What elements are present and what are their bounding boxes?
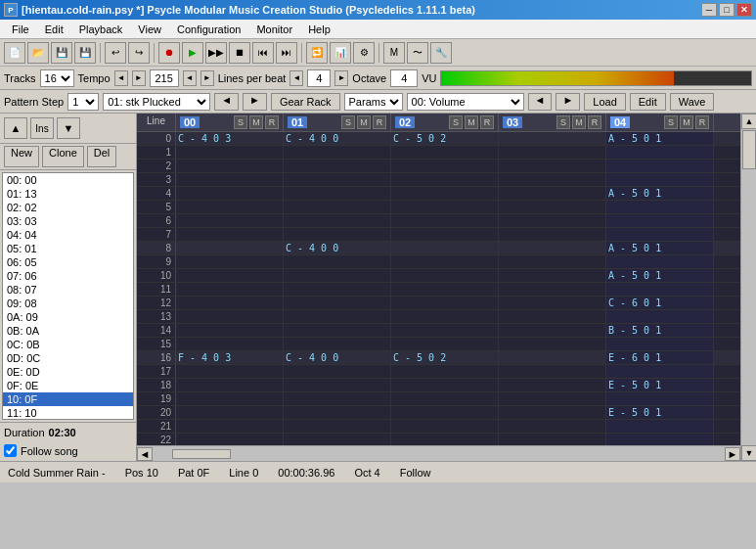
scroll-thumb[interactable] [742,130,756,169]
play-song-button[interactable]: ▶▶ [205,42,227,64]
minimize-button[interactable]: ─ [701,3,717,17]
pattern-list-item[interactable]: 09: 08 [3,297,133,310]
grid-cell[interactable] [499,173,606,186]
menu-item-view[interactable]: View [130,22,169,37]
grid-cell[interactable]: A - 5 0 1 [606,269,714,282]
grid-cell[interactable] [499,269,606,282]
grid-cell[interactable] [499,338,606,350]
pattern-list-item[interactable]: 0F: 0E [3,379,133,392]
grid-cell[interactable] [606,146,714,159]
grid-cell[interactable] [391,173,499,186]
grid-cell[interactable] [606,434,714,445]
grid-cell[interactable] [176,146,284,159]
grid-cell[interactable] [176,255,284,268]
grid-row[interactable]: 2 [137,160,740,173]
tempo-down-button[interactable]: ◄ [114,70,128,86]
grid-cell[interactable] [606,392,714,405]
ch-m-button-01[interactable]: M [357,115,371,129]
grid-cell[interactable] [606,160,714,172]
grid-row[interactable]: 9 [137,255,740,269]
next-button[interactable]: ⏭ [276,42,297,64]
config-button[interactable]: 🔧 [430,42,452,64]
grid-cell[interactable] [499,434,606,445]
grid-cell[interactable] [176,283,284,296]
grid-cell[interactable] [391,214,499,227]
menu-item-playback[interactable]: Playback [71,22,131,37]
grid-cell[interactable] [499,255,606,268]
grid-cell[interactable] [284,297,391,309]
maximize-button[interactable]: □ [719,3,734,17]
menu-item-file[interactable]: File [4,22,37,37]
grid-cell[interactable] [284,365,391,378]
grid-cell[interactable] [499,324,606,337]
grid-cell[interactable] [391,160,499,172]
grid-cell[interactable] [176,420,284,433]
channel-number-02[interactable]: 02 [395,116,415,128]
pattern-button[interactable]: 📊 [330,42,351,64]
grid-cell[interactable] [606,255,714,268]
grid-cell[interactable] [284,228,391,241]
grid-cell[interactable] [499,214,606,227]
grid-cell[interactable] [499,379,606,391]
grid-cell[interactable] [606,420,714,433]
tracks-select[interactable]: 16 [40,69,74,87]
ch-s-button-04[interactable]: S [664,115,678,129]
grid-cell[interactable]: B - 5 0 1 [606,324,714,337]
grid-cell[interactable]: C - 6 0 1 [606,297,714,309]
load-button[interactable]: Load [584,93,625,111]
grid-cell[interactable] [176,310,284,323]
grid-row[interactable]: 6 [137,214,740,228]
grid-cell[interactable] [606,228,714,241]
ch-s-button-03[interactable]: S [556,115,570,129]
grid-cell[interactable]: E - 5 0 1 [606,379,714,391]
channel-number-04[interactable]: 04 [610,116,630,128]
pattern-list-item[interactable]: 0D: 0C [3,351,133,365]
clone-pattern-button[interactable]: Clone [42,146,84,167]
grid-cell[interactable] [176,242,284,254]
pattern-list-item[interactable]: 0C: 0B [3,338,133,351]
grid-row[interactable]: 4A - 5 0 1 [137,187,740,201]
pattern-list-item[interactable]: 0B: 0A [3,324,133,338]
pattern-next-button[interactable]: ► [243,93,267,111]
pattern-name-select[interactable]: 01: stk Plucked [103,93,210,111]
grid-cell[interactable] [606,365,714,378]
pattern-grid[interactable]: 0C - 4 0 3C - 4 0 0C - 5 0 2A - 5 0 1123… [137,132,740,445]
menu-item-edit[interactable]: Edit [37,22,71,37]
grid-cell[interactable] [499,392,606,405]
grid-cell[interactable] [499,132,606,145]
pattern-down-button[interactable]: ▼ [57,117,80,139]
scroll-track[interactable] [741,129,756,445]
ch-s-button-00[interactable]: S [234,115,247,129]
pattern-list-item[interactable]: 04: 04 [3,228,133,242]
follow-song-checkbox[interactable] [4,444,17,457]
grid-cell[interactable] [499,228,606,241]
right-scrollbar[interactable]: ▲ ▼ [740,114,756,461]
tempo-up-button[interactable]: ► [132,70,146,86]
stop-button[interactable]: ⏹ [229,42,250,64]
channel-number-03[interactable]: 03 [503,116,522,128]
pattern-step-select[interactable]: 1 [67,93,99,111]
grid-row[interactable]: 1 [137,146,740,160]
grid-row[interactable]: 13 [137,310,740,324]
grid-cell[interactable] [391,242,499,254]
grid-cell[interactable] [499,201,606,213]
pattern-list-item[interactable]: 08: 07 [3,283,133,297]
grid-cell[interactable] [176,338,284,350]
grid-cell[interactable] [499,283,606,296]
grid-row[interactable]: 18E - 5 0 1 [137,379,740,392]
grid-row[interactable]: 5 [137,201,740,214]
pattern-up-button[interactable]: ▲ [4,117,27,139]
grid-cell[interactable]: C - 4 0 3 [176,132,284,145]
grid-cell[interactable] [284,160,391,172]
grid-cell[interactable] [499,297,606,309]
grid-cell[interactable] [284,420,391,433]
ch-m-button-00[interactable]: M [249,115,263,129]
grid-cell[interactable] [284,214,391,227]
h-scroll-track[interactable] [153,449,725,459]
grid-cell[interactable] [391,324,499,337]
ch-s-button-02[interactable]: S [449,115,463,129]
save-as-button[interactable]: 💾 [74,42,96,64]
grid-cell[interactable] [176,297,284,309]
grid-cell[interactable] [176,392,284,405]
grid-cell[interactable] [284,173,391,186]
